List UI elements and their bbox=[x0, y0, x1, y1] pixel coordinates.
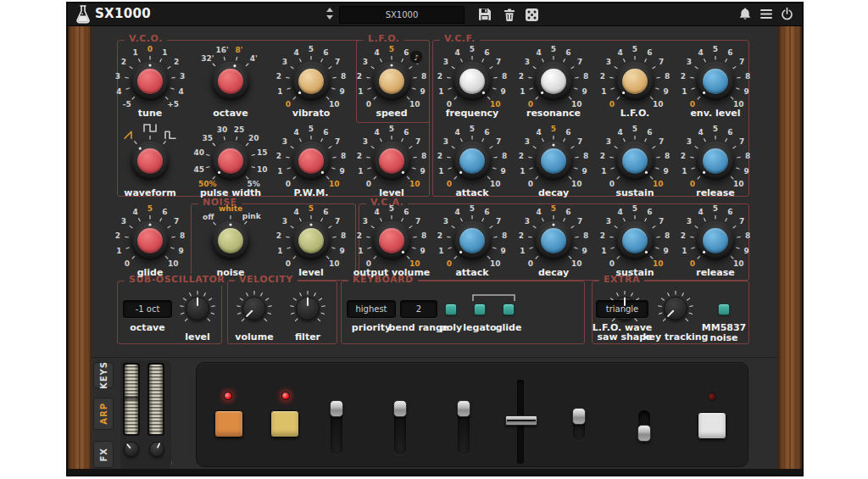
kb-glide-toggle[interactable] bbox=[503, 304, 515, 315]
vca-attack-knob-cap[interactable] bbox=[459, 228, 485, 253]
vco-octave-knob-cap[interactable] bbox=[218, 69, 243, 94]
arp-chord-led bbox=[708, 393, 716, 401]
vco-waveform-knob-cap[interactable] bbox=[137, 148, 163, 174]
vibrato-wheel-amount-knob[interactable] bbox=[149, 442, 164, 457]
vca-output-volume-knob-cap[interactable] bbox=[379, 228, 404, 253]
arp-mode-switch-handle[interactable] bbox=[330, 400, 343, 417]
arp-on-off-led bbox=[224, 392, 232, 400]
tab-fx-label: FX bbox=[99, 448, 108, 462]
extra-lfo-wave-value: triangle bbox=[606, 304, 639, 314]
arp-chord-button[interactable] bbox=[698, 412, 726, 439]
filter-wheel-shade bbox=[125, 365, 138, 434]
save-icon[interactable] bbox=[478, 8, 492, 24]
vco-level-knob-cap[interactable] bbox=[379, 148, 404, 174]
kb-poly-toggle[interactable] bbox=[445, 304, 457, 315]
titlebar: SX1000 SX1000 bbox=[66, 2, 804, 26]
arp-bar-reset-switch-handle[interactable] bbox=[393, 400, 407, 417]
vcf-env-level-knob-cap[interactable] bbox=[703, 69, 728, 94]
arp-hold-button[interactable] bbox=[270, 410, 299, 437]
vcf-lfo-knob-cap[interactable] bbox=[622, 69, 648, 94]
extra-mm5837-toggle[interactable] bbox=[718, 304, 730, 315]
arp-note-order-switch-handle[interactable] bbox=[637, 425, 651, 442]
vcf-sustain-knob-cap[interactable] bbox=[622, 148, 648, 174]
sub-level-knob[interactable] bbox=[186, 297, 209, 320]
tab-keys-label: KEYS bbox=[99, 361, 108, 389]
tab-fx[interactable]: FX bbox=[93, 441, 114, 468]
power-icon[interactable] bbox=[780, 7, 794, 24]
lfo-speed-knob-cap[interactable] bbox=[379, 69, 404, 94]
menu-icon[interactable] bbox=[760, 8, 773, 22]
trash-icon[interactable] bbox=[503, 8, 516, 24]
arp-on-off-button[interactable] bbox=[214, 410, 243, 437]
flask-icon bbox=[75, 4, 92, 27]
preset-field[interactable]: SX1000 bbox=[339, 6, 465, 24]
kb-legato-toggle[interactable] bbox=[474, 304, 486, 315]
tab-arp[interactable]: ARP bbox=[93, 398, 114, 430]
kb-bend-range-dropdown[interactable]: 2 bbox=[400, 300, 437, 318]
preset-name: SX1000 bbox=[386, 10, 419, 19]
vibrato-wheel-shade bbox=[149, 365, 163, 434]
vca-release-knob-cap[interactable] bbox=[703, 228, 728, 253]
preset-spinner[interactable] bbox=[326, 7, 334, 23]
arp-velocity-switch-handle[interactable] bbox=[572, 408, 586, 425]
vco-vibrato-knob-cap[interactable] bbox=[298, 69, 324, 94]
kb-bend-range-value: 2 bbox=[416, 304, 421, 314]
vcf-attack-knob-cap[interactable] bbox=[459, 148, 485, 174]
kb-priority-value: highest bbox=[355, 304, 387, 314]
extra-lfo-wave-dropdown[interactable]: triangle bbox=[596, 300, 648, 318]
sub-octave-dropdown[interactable]: -1 oct bbox=[123, 300, 172, 318]
vca-decay-knob-cap[interactable] bbox=[541, 228, 566, 253]
tab-keys[interactable]: KEYS bbox=[93, 362, 114, 388]
controls-layer: -1 octhighest2triangleKEYSARPFX bbox=[0, 0, 868, 479]
app-title: SX1000 bbox=[95, 8, 151, 20]
vco-pwm-knob-cap[interactable] bbox=[298, 148, 324, 174]
vcf-resonance-knob-cap[interactable] bbox=[541, 69, 566, 94]
vco-glide-knob-cap[interactable] bbox=[137, 228, 163, 253]
arp-range-switch-handle[interactable] bbox=[457, 400, 470, 417]
vco-tune-knob-cap[interactable] bbox=[137, 69, 163, 94]
vco-pulse-width-knob-cap[interactable] bbox=[218, 148, 243, 174]
vcf-release-knob-cap[interactable] bbox=[703, 148, 728, 174]
arp-hold-led bbox=[281, 392, 290, 400]
extra-key-tracking-knob[interactable] bbox=[664, 297, 687, 320]
noise-level-knob-cap[interactable] bbox=[298, 228, 324, 253]
velocity-volume-knob[interactable] bbox=[242, 297, 266, 320]
random-dice-icon[interactable] bbox=[525, 8, 539, 25]
sx1000-plugin-window: SX1000 SX1000 bbox=[0, 0, 868, 479]
noise-type-knob-cap[interactable] bbox=[218, 228, 243, 253]
sub-octave-value: -1 oct bbox=[136, 304, 160, 314]
vcf-decay-knob-cap[interactable] bbox=[541, 148, 566, 174]
filter-wheel-amount-knob[interactable] bbox=[124, 442, 139, 457]
tab-arp-label: ARP bbox=[99, 403, 108, 425]
arp-rate-fader-groove bbox=[507, 420, 536, 421]
velocity-filter-knob[interactable] bbox=[296, 297, 320, 320]
bell-icon[interactable] bbox=[738, 7, 752, 24]
vcf-frequency-knob-cap[interactable] bbox=[459, 69, 485, 94]
kb-priority-dropdown[interactable]: highest bbox=[347, 300, 396, 318]
vca-sustain-knob-cap[interactable] bbox=[622, 228, 648, 253]
